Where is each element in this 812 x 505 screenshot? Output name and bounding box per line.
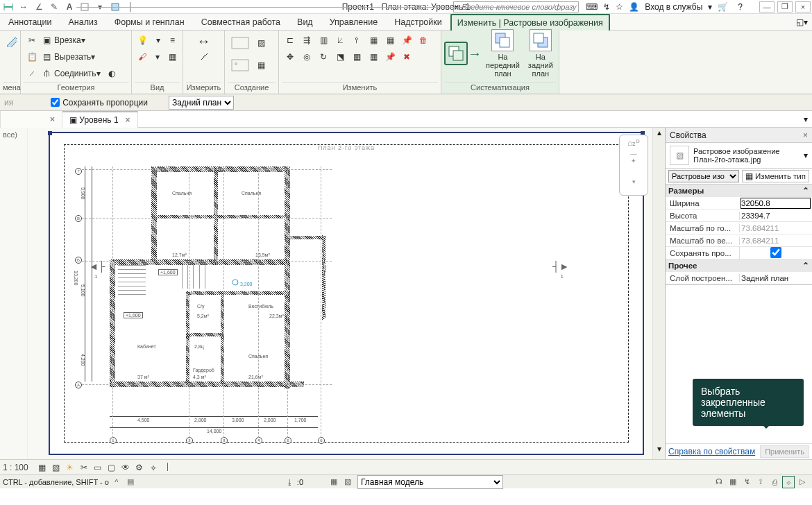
chevron-down-icon[interactable]: ▾ [708,2,712,12]
row-layer[interactable]: Слой построен... Задний план [666,272,812,284]
rotate-icon[interactable]: ↻ [316,49,331,65]
modify-icon[interactable] [3,33,19,48]
row-width[interactable]: Ширина [666,197,812,209]
tab-analysis[interactable]: Анализ [60,14,105,31]
group-icon[interactable]: ▦ [253,58,269,73]
st-ic1[interactable]: ☊ [713,476,725,488]
filter-select[interactable]: Растровые изо [668,170,739,182]
tab-view[interactable]: Вид [289,14,321,31]
arr1-icon[interactable]: ▦ [366,33,381,48]
input-width[interactable] [741,198,811,209]
st-ic2[interactable]: ▦ [727,476,739,488]
copy-icon[interactable]: ◎ [299,49,314,65]
bring-front-hl-button[interactable] [444,42,468,65]
tab-nav-icon[interactable]: ▾ [800,114,812,124]
st-ic-pinned[interactable]: ⟐ [782,476,795,488]
array-icon[interactable]: ▦ [349,49,364,65]
handle-tl[interactable] [48,131,52,135]
tab-collab[interactable]: Совместная работа [193,14,289,31]
login-link[interactable]: Вход в службы [645,2,702,12]
vsl-icon[interactable]: ▧ [50,461,62,474]
status-model-icon[interactable]: ▧ [341,476,354,488]
create-big-icon[interactable] [228,33,252,53]
properties-close-icon[interactable]: × [803,130,808,140]
close-tab-1[interactable]: × [126,115,130,125]
keep-prop-check[interactable] [51,98,60,107]
create2-icon[interactable] [228,55,252,76]
cut-tool[interactable]: ▣Врезка ▾ [41,33,87,48]
trim-icon[interactable]: ⟀ [332,33,348,48]
tab-annotations[interactable]: Аннотации [0,14,60,31]
scale-icon[interactable]: ⬔ [332,49,348,65]
align-icon[interactable]: ⊏ [282,33,298,48]
split-icon[interactable]: ⫯ [349,33,364,48]
filter-ico[interactable]: ▾ [151,33,164,48]
drawing-frame[interactable]: План 2-го этажа ◄├ ┤► 1 1 [49,132,644,455]
ribbon-collapse-icon[interactable]: ◱▾ [796,17,812,27]
pin-icon[interactable]: 📌 [399,33,414,48]
row-height[interactable]: Высота 23394.7 [666,209,812,222]
arr3-icon[interactable]: ▦ [366,49,381,65]
edit-type-button[interactable]: ▦ Изменить тип [742,170,809,182]
steering-icon[interactable]: ✦ [631,157,636,164]
constraint-icon[interactable]: ⟡ [147,461,160,474]
arr2-icon[interactable]: ▦ [382,33,398,48]
keep-prop-checkbox[interactable]: Сохранять пропорции [51,98,148,108]
st-ic5[interactable]: ⎙ [768,476,781,488]
sun-icon[interactable]: ☀ [64,461,76,474]
help-icon[interactable]: ? [738,2,743,12]
qat-text-icon[interactable]: A [62,0,76,14]
row-lock[interactable]: Сохранять про... [666,247,812,259]
measure-button[interactable]: ↔⟋ [186,32,221,65]
st-ic4[interactable]: ⟟ [754,476,767,488]
restore-button[interactable]: ❐ [777,1,793,12]
join-tool[interactable]: ⫛Соединить ▾ [41,66,103,81]
load-icon[interactable]: ▨ [253,35,269,51]
section-sizes[interactable]: Размеры⌃ [666,185,812,197]
hatch-icon[interactable]: ▾ [151,49,164,65]
doc-tab-level1[interactable]: ▣ Уровень 1 × [62,111,138,128]
properties-help-link[interactable]: Справка по свойствам [668,447,755,456]
st-ic6[interactable]: ▷ [796,476,809,488]
status-filter2-icon[interactable]: ▦ [328,476,340,488]
reveal-icon[interactable]: ⚙ [133,461,146,474]
minimize-button[interactable]: — [759,1,775,12]
detail-icon[interactable]: ▦ [36,461,49,474]
join-icon[interactable]: ⟋ [24,66,40,81]
layer-select[interactable]: Задний план [169,96,234,110]
tab-addins[interactable]: Надстройки [386,14,450,31]
hide-icon[interactable]: 👁 [119,461,132,474]
doc-tab-0[interactable]: × [0,111,62,128]
lock-checkbox[interactable] [741,247,811,258]
status-ham-icon[interactable]: ▤ [124,476,137,488]
clipboard-icon[interactable]: 📋 [24,49,40,65]
clip-tool[interactable]: ▤Вырезать ▾ [41,49,97,65]
bring-front-button[interactable]: На передний план [482,28,524,79]
keyboard-icon[interactable]: ⌨ [586,2,598,12]
mirror-icon[interactable]: ▥ [316,33,331,48]
viewcube-2d-icon[interactable]: ⌂₂ᴰ [627,138,640,148]
send-back-button[interactable]: На задний план [524,28,557,79]
close-button[interactable]: × [795,1,811,12]
move-icon[interactable]: ✥ [282,49,298,65]
render-icon[interactable]: ▭ [92,461,104,474]
extra-geom-icon[interactable]: ◐ [104,66,119,81]
unpin-icon[interactable]: 📌 [382,49,398,65]
delx-icon[interactable]: ✖ [399,49,414,65]
canvas[interactable]: План 2-го этажа ◄├ ┤► 1 1 [28,128,665,459]
shadow-icon[interactable]: ✂ [78,461,90,474]
status-sel-icon[interactable]: ⭳ [284,476,296,488]
qat-edit-icon[interactable]: ✎ [47,0,61,14]
type-dropdown-icon[interactable]: ▾ [804,151,808,160]
scissors-icon[interactable]: ✂ [24,33,40,48]
star-icon[interactable]: ☆ [616,2,623,12]
offset-icon[interactable]: ⇶ [299,33,314,48]
scale-display[interactable]: 1 : 100 [3,463,28,472]
showhidden-icon[interactable]: ▦ [165,49,179,65]
qat-rotate-icon[interactable]: ↔ [17,0,31,14]
st-ic3[interactable]: ↯ [741,476,753,488]
qat-dim-icon[interactable] [1,0,15,14]
user-icon[interactable]: 👤 [629,2,639,12]
tab-massing[interactable]: Формы и генплан [106,14,193,31]
properties-header[interactable]: Свойства × [666,128,812,143]
